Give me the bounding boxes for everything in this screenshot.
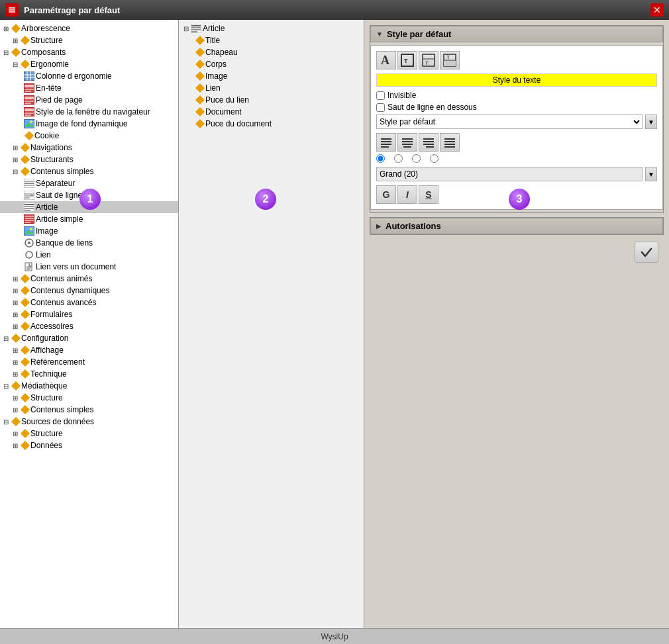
tree-item-ergonomie[interactable]: ⊟ Ergonomie — [0, 58, 178, 70]
tree-item-composants[interactable]: ⊟ Composants — [0, 46, 178, 58]
saut-label[interactable]: Saut de ligne en dessous — [387, 103, 477, 112]
radio-3[interactable] — [412, 154, 421, 163]
expander-technique[interactable]: ⊞ — [11, 369, 20, 379]
expander-affichage[interactable]: ⊞ — [11, 345, 20, 355]
tree-item-contenus-dynamiques[interactable]: ⊞ Contenus dynamiques — [0, 285, 178, 297]
tree-item-structure-1[interactable]: ⊞ Structure — [0, 34, 178, 46]
mid-item-corps[interactable]: Corps — [179, 58, 364, 70]
expander-composants[interactable]: ⊟ — [1, 48, 11, 57]
mid-item-title[interactable]: Title — [179, 34, 364, 46]
tree-item-article-simple[interactable]: Article simple — [0, 213, 178, 225]
tree-item-mediatheque[interactable]: ⊟ Médiathèque — [0, 380, 178, 392]
tree-item-structure-med[interactable]: ⊞ Structure — [0, 392, 178, 404]
style-select[interactable]: Style par défaut — [376, 115, 643, 129]
expander-structurants[interactable]: ⊞ — [11, 155, 20, 164]
tree-item-technique[interactable]: ⊞ Technique — [0, 368, 178, 380]
tree-item-arborescence[interactable]: ⊞ Arborescence — [0, 23, 178, 34]
text-style-btn[interactable]: A — [376, 51, 396, 69]
mid-item-image[interactable]: Image — [179, 70, 364, 82]
tree-item-image-fond[interactable]: Image de fond dynamique — [0, 118, 178, 130]
saut-checkbox[interactable] — [376, 103, 385, 112]
expander-contenus-dynamiques[interactable]: ⊞ — [11, 286, 20, 295]
tree-item-contenus-simples[interactable]: ⊟ Contenus simples — [0, 165, 178, 177]
tree-item-formulaires[interactable]: ⊞ Formulaires — [0, 308, 178, 320]
banque-icon — [24, 238, 34, 248]
tree-item-image[interactable]: Image — [0, 225, 178, 237]
expander-donnees[interactable]: ⊞ — [11, 441, 20, 450]
tree-item-cookie[interactable]: Cookie — [0, 130, 178, 142]
expander-contenus-simples-med[interactable]: ⊞ — [11, 405, 20, 414]
tree-item-donnees[interactable]: ⊞ Données — [0, 439, 178, 451]
radio-4[interactable] — [430, 154, 438, 163]
saut-icon — [24, 191, 34, 200]
expander-sources[interactable]: ⊟ — [1, 417, 11, 426]
tree-item-contenus-avances[interactable]: ⊞ Contenus avancés — [0, 297, 178, 308]
expander-navigations[interactable]: ⊞ — [11, 143, 20, 152]
expander-formulaires[interactable]: ⊞ — [11, 310, 20, 319]
label-navigations: Navigations — [30, 143, 72, 152]
tree-item-lien[interactable]: Lien — [0, 249, 178, 261]
mid-item-puce-lien[interactable]: Puce du lien — [179, 94, 364, 106]
text-box-btn[interactable]: T — [397, 51, 417, 69]
expander-mid-article[interactable]: ⊟ — [181, 24, 191, 33]
expander-ergonomie[interactable]: ⊟ — [11, 60, 20, 69]
tree-item-entete[interactable]: En-tête — [0, 82, 178, 94]
expander-structure-1[interactable]: ⊞ — [11, 36, 20, 45]
mid-label-document: Document — [205, 107, 242, 116]
diamond-icon — [21, 60, 30, 69]
radio-2[interactable] — [394, 154, 403, 163]
align-left-btn[interactable] — [376, 133, 396, 152]
middle-root-article[interactable]: ⊟ Article — [179, 23, 364, 34]
italic-btn[interactable]: I — [397, 185, 417, 204]
text-layout-btn1[interactable]: T — [419, 51, 438, 69]
mid-item-document[interactable]: Document — [179, 106, 364, 118]
tree-item-referencement[interactable]: ⊞ Référencement — [0, 356, 178, 368]
tree-item-pied[interactable]: Pied de page — [0, 94, 178, 106]
radio-1[interactable] — [376, 154, 385, 163]
tree-item-accessoires[interactable]: ⊞ Accessoires — [0, 320, 178, 332]
expander-configuration[interactable]: ⊟ — [1, 334, 11, 343]
style-panel-header[interactable]: ▼ Style par défaut — [370, 26, 663, 42]
expander-structure-src[interactable]: ⊞ — [11, 429, 20, 438]
expander-arborescence[interactable]: ⊞ — [1, 24, 11, 33]
tree-item-configuration[interactable]: ⊟ Configuration — [0, 332, 178, 344]
tree-item-structure-src[interactable]: ⊞ Structure — [0, 428, 178, 439]
select-arrow-btn[interactable]: ▼ — [645, 115, 657, 129]
label-style-fenetre: Style de la fenêtre du navigateur — [36, 107, 150, 116]
font-size-arrow-btn[interactable]: ▼ — [645, 167, 657, 181]
bold-btn[interactable]: G — [376, 185, 396, 204]
tree-item-affichage[interactable]: ⊞ Affichage — [0, 344, 178, 356]
tree-item-separateur[interactable]: Séparateur — [0, 177, 178, 189]
mid-item-puce-doc[interactable]: Puce du document — [179, 118, 364, 130]
underline-btn[interactable]: S — [419, 185, 438, 204]
expander-contenus-avances[interactable]: ⊞ — [11, 298, 20, 307]
tree-item-banque[interactable]: Banque de liens — [0, 237, 178, 249]
align-center-btn[interactable] — [397, 133, 417, 152]
tree-item-lien-doc[interactable]: Lien vers un document — [0, 261, 178, 273]
tree-item-navigations[interactable]: ⊞ Navigations — [0, 142, 178, 154]
svg-text:A: A — [381, 54, 389, 67]
align-right-btn[interactable] — [419, 133, 438, 152]
mid-item-lien[interactable]: Lien — [179, 82, 364, 94]
invisible-label[interactable]: Invisible — [387, 91, 416, 100]
text-layout-btn2[interactable]: T — [440, 51, 460, 69]
invisible-checkbox[interactable] — [376, 91, 385, 100]
tree-item-sources[interactable]: ⊟ Sources de données — [0, 416, 178, 428]
tree-item-colonne[interactable]: Colonne d ergonomie — [0, 70, 178, 82]
tree-item-contenus-simples-med[interactable]: ⊞ Contenus simples — [0, 404, 178, 416]
mid-label-article: Article — [203, 24, 225, 33]
expander-contenus-animes[interactable]: ⊞ — [11, 274, 20, 283]
expander-contenus-simples[interactable]: ⊟ — [11, 167, 20, 176]
auth-panel-header[interactable]: ▶ Autorisations — [370, 218, 663, 234]
tree-item-structurants[interactable]: ⊞ Structurants — [0, 154, 178, 165]
expander-structure-med[interactable]: ⊞ — [11, 393, 20, 402]
align-justify-btn[interactable] — [440, 133, 460, 152]
confirm-button[interactable] — [635, 242, 658, 263]
tree-item-style-fenetre[interactable]: Style de la fenêtre du navigateur — [0, 106, 178, 118]
expander-mediatheque[interactable]: ⊟ — [1, 381, 11, 391]
close-button[interactable]: ✕ — [650, 3, 664, 17]
tree-item-contenus-animes[interactable]: ⊞ Contenus animés — [0, 273, 178, 285]
expander-accessoires[interactable]: ⊞ — [11, 322, 20, 331]
expander-referencement[interactable]: ⊞ — [11, 357, 20, 367]
mid-item-chapeau[interactable]: Chapeau — [179, 46, 364, 58]
